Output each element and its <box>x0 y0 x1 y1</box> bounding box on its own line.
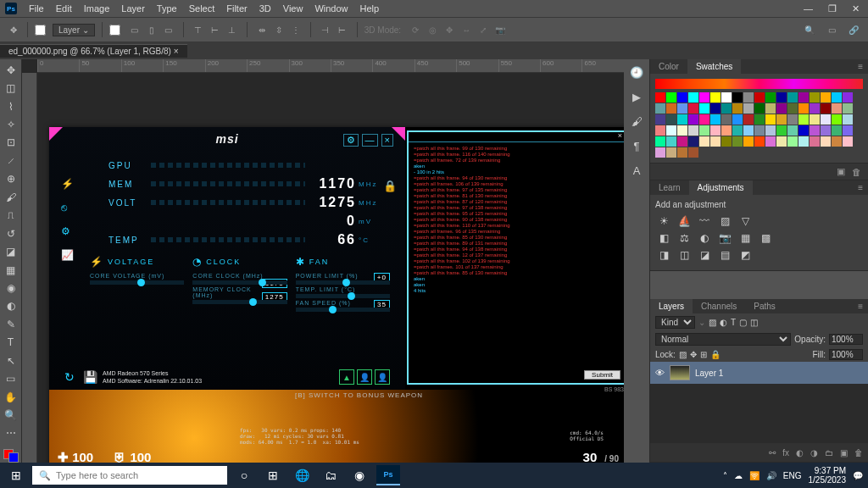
swatch[interactable] <box>743 114 754 125</box>
swatch[interactable] <box>821 114 831 125</box>
levels-icon[interactable]: ⛵ <box>677 214 691 228</box>
swatch[interactable] <box>688 103 698 114</box>
swatch[interactable] <box>810 92 820 103</box>
swatch[interactable] <box>677 136 687 147</box>
filter-pixel-icon[interactable]: ▨ <box>709 318 716 327</box>
layer-name[interactable]: Layer 1 <box>695 369 723 378</box>
swatch[interactable] <box>666 125 676 136</box>
swatch[interactable] <box>765 103 776 114</box>
swatch[interactable] <box>776 103 787 114</box>
ruler-vertical[interactable] <box>22 73 37 463</box>
swatch[interactable] <box>688 114 698 125</box>
save-icon[interactable]: 💾 <box>83 370 97 384</box>
swatch[interactable] <box>721 136 732 147</box>
swatch[interactable] <box>677 92 687 103</box>
swatch[interactable] <box>688 147 698 158</box>
swatch[interactable] <box>721 125 732 136</box>
swatch[interactable] <box>765 92 776 103</box>
lock-all-icon[interactable]: 🔒 <box>710 350 721 359</box>
swatch[interactable] <box>787 136 798 147</box>
menu-window[interactable]: Window <box>309 2 353 15</box>
console-close-icon[interactable]: × <box>618 133 622 139</box>
swatch[interactable] <box>810 136 820 147</box>
panel-menu-icon[interactable]: ≡ <box>853 59 868 74</box>
swatch[interactable] <box>732 125 743 136</box>
marquee-tool-icon[interactable]: ◫ <box>3 80 19 95</box>
menu-3d[interactable]: 3D <box>254 2 276 15</box>
task-chrome-icon[interactable]: 🌐 <box>290 465 314 485</box>
swatch[interactable] <box>666 103 676 114</box>
swatch[interactable] <box>843 114 853 125</box>
msi-settings-icon[interactable]: ⚙ <box>343 134 359 147</box>
swatch[interactable] <box>832 114 842 125</box>
core-voltage-slider[interactable] <box>90 280 184 285</box>
gradient-map-icon[interactable]: ▤ <box>718 248 732 262</box>
swatch[interactable] <box>677 114 687 125</box>
swatch[interactable] <box>754 114 765 125</box>
photo-filter-icon[interactable]: 📷 <box>718 231 732 245</box>
swatch[interactable] <box>688 92 698 103</box>
move-tool-icon[interactable]: ✥ <box>3 63 19 77</box>
panel-menu-icon[interactable]: ≡ <box>853 299 868 313</box>
layer-row[interactable]: 👁 Layer 1 <box>650 362 868 384</box>
edit-toolbar-icon[interactable]: ⋯ <box>3 426 19 441</box>
tray-lang[interactable]: ENG <box>783 471 802 480</box>
link-layers-icon[interactable]: ⚯ <box>769 448 776 458</box>
menu-edit[interactable]: Edit <box>51 2 77 15</box>
pen-tool-icon[interactable]: ✎ <box>3 317 19 331</box>
new-swatch-icon[interactable]: ▣ <box>837 166 845 177</box>
brightness-icon[interactable]: ☀ <box>657 214 670 228</box>
taskbar-clock[interactable]: 9:37 PM1/25/2023 <box>809 466 847 485</box>
swatch[interactable] <box>743 92 754 103</box>
swatch[interactable] <box>710 103 721 114</box>
workspace-icon[interactable]: ▭ <box>824 22 839 37</box>
menu-type[interactable]: Type <box>152 2 182 15</box>
layer-kind-dropdown[interactable]: Kind <box>655 316 695 329</box>
swatch[interactable] <box>677 125 687 136</box>
colbal-icon[interactable]: ⚖ <box>677 231 691 245</box>
tray-onedrive-icon[interactable]: ☁ <box>734 471 743 480</box>
profile2-icon[interactable]: 👤 <box>375 369 390 385</box>
oc-icon[interactable]: ⎋ <box>61 202 74 214</box>
selective-icon[interactable]: ◩ <box>738 248 752 262</box>
swatch[interactable] <box>832 125 842 136</box>
auto-select-dropdown[interactable]: Layer ⌄ <box>53 24 95 36</box>
visibility-icon[interactable]: 👁 <box>655 368 665 378</box>
color-swatch-picker[interactable] <box>3 449 19 463</box>
task-obs-icon[interactable]: ◉ <box>348 465 371 485</box>
align-middle-icon[interactable]: ⊢ <box>208 22 223 37</box>
swatches-grid[interactable] <box>655 92 863 158</box>
menu-filter[interactable]: Filter <box>221 2 252 15</box>
swatch[interactable] <box>810 114 820 125</box>
swatch[interactable] <box>666 147 676 158</box>
hand-tool-icon[interactable]: ✋ <box>3 390 19 404</box>
menu-layer[interactable]: Layer <box>116 2 150 15</box>
swatch[interactable] <box>732 103 743 114</box>
canvas[interactable]: msi ⚙ — × 🔒 ⚡ ⎋ ⚙ 📈 GPU MEM1170MHz VOLT1… <box>49 127 624 463</box>
close-icon[interactable]: ✕ <box>849 3 863 14</box>
lasso-tool-icon[interactable]: ⌇ <box>3 99 19 114</box>
swatch[interactable] <box>832 136 842 147</box>
eyedropper-tool-icon[interactable]: ⟋ <box>3 153 19 168</box>
swatch[interactable] <box>732 136 743 147</box>
swatch[interactable] <box>655 147 665 158</box>
swatch[interactable] <box>754 125 765 136</box>
hue-icon[interactable]: ◧ <box>657 231 670 245</box>
transform-controls-checkbox[interactable] <box>109 25 120 36</box>
swatch[interactable] <box>699 114 709 125</box>
swatch[interactable] <box>710 125 721 136</box>
memory-clock-slider[interactable] <box>192 300 287 304</box>
tab-learn[interactable]: Learn <box>650 180 689 195</box>
swatch[interactable] <box>721 114 732 125</box>
swatch[interactable] <box>787 125 798 136</box>
swatch[interactable] <box>666 114 676 125</box>
crop-tool-icon[interactable]: ⊡ <box>3 136 19 150</box>
layer-thumbnail[interactable] <box>670 365 690 380</box>
panel-menu-icon[interactable]: ≡ <box>853 180 868 195</box>
new-adjustment-icon[interactable]: ◑ <box>810 448 818 458</box>
swatch[interactable] <box>699 103 709 114</box>
swatch[interactable] <box>743 136 754 147</box>
threshold-icon[interactable]: ◪ <box>698 248 711 262</box>
tray-volume-icon[interactable]: 🔊 <box>766 471 776 480</box>
vibrance-icon[interactable]: ▽ <box>738 214 752 228</box>
